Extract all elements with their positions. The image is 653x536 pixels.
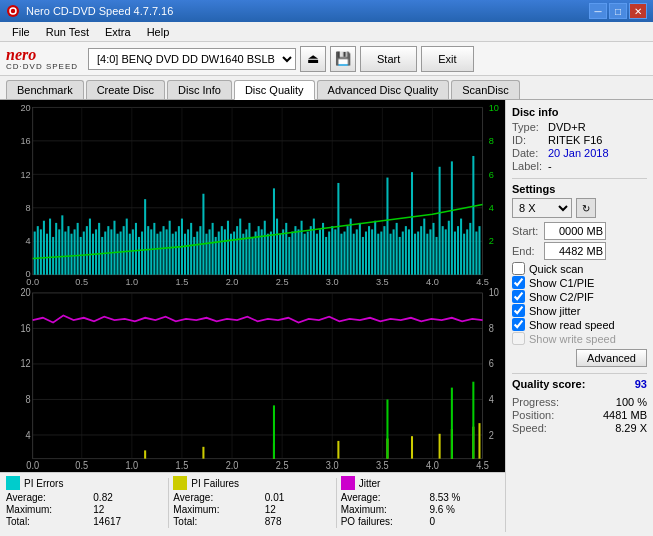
read-speed-checkbox[interactable] <box>512 318 525 331</box>
tab-scan-disc[interactable]: ScanDisc <box>451 80 519 99</box>
start-mb-input[interactable] <box>544 222 606 240</box>
refresh-button[interactable]: ↻ <box>576 198 596 218</box>
pi-failures-legend: PI Failures <box>173 476 323 490</box>
end-mb-input[interactable] <box>544 242 606 260</box>
drive-combo[interactable]: [4:0] BENQ DVD DD DW1640 BSLB <box>88 48 296 70</box>
save-button[interactable]: 💾 <box>330 46 356 72</box>
svg-rect-151 <box>371 229 373 274</box>
svg-rect-47 <box>52 237 54 275</box>
main-content: 20 16 12 8 4 0 10 8 6 4 2 0.0 0.5 <box>0 100 653 532</box>
svg-text:8: 8 <box>489 322 495 334</box>
svg-text:16: 16 <box>20 135 30 146</box>
end-mb-row: End: <box>512 242 647 260</box>
svg-rect-102 <box>221 226 223 275</box>
svg-text:3.5: 3.5 <box>376 276 389 285</box>
write-speed-label: Show write speed <box>529 333 616 345</box>
tab-disc-info[interactable]: Disc Info <box>167 80 232 99</box>
svg-rect-185 <box>475 232 477 275</box>
svg-rect-140 <box>337 183 339 275</box>
svg-rect-144 <box>350 219 352 275</box>
svg-rect-176 <box>448 221 450 275</box>
svg-text:0.0: 0.0 <box>26 276 39 285</box>
svg-rect-138 <box>331 226 333 275</box>
svg-text:20: 20 <box>20 102 30 113</box>
c2-pif-checkbox[interactable] <box>512 290 525 303</box>
read-speed-row: Show read speed <box>512 318 647 331</box>
svg-text:12: 12 <box>20 357 31 369</box>
svg-rect-161 <box>402 232 404 275</box>
svg-rect-55 <box>77 223 79 275</box>
svg-text:1.0: 1.0 <box>125 276 138 285</box>
tab-create-disc[interactable]: Create Disc <box>86 80 165 99</box>
bottom-chart: 20 16 12 8 4 10 8 6 4 2 0.0 0.5 1.0 <box>2 287 503 471</box>
svg-rect-48 <box>55 223 57 275</box>
svg-rect-54 <box>74 229 76 274</box>
svg-rect-147 <box>359 223 361 275</box>
position-value: 4481 MB <box>603 409 647 421</box>
nero-logo: nero CD·DVD SPEED <box>6 47 78 71</box>
svg-rect-119 <box>273 188 275 274</box>
svg-rect-235 <box>273 405 275 458</box>
tab-disc-quality[interactable]: Disc Quality <box>234 80 315 100</box>
svg-rect-162 <box>405 226 407 275</box>
svg-rect-117 <box>267 234 269 275</box>
svg-rect-104 <box>227 221 229 275</box>
svg-rect-121 <box>279 234 281 275</box>
svg-rect-128 <box>301 221 303 275</box>
svg-rect-186 <box>478 226 480 275</box>
menu-file[interactable]: File <box>4 24 38 40</box>
svg-rect-131 <box>310 226 312 275</box>
svg-text:8: 8 <box>26 202 31 213</box>
svg-rect-145 <box>353 234 355 275</box>
svg-rect-123 <box>285 223 287 275</box>
svg-rect-149 <box>365 232 367 275</box>
svg-rect-91 <box>187 229 189 274</box>
start-button[interactable]: Start <box>360 46 417 72</box>
speed-combo[interactable]: 8 X <box>512 198 572 218</box>
disc-label-label: Label: <box>512 160 544 172</box>
svg-rect-86 <box>172 234 174 275</box>
menu-run-test[interactable]: Run Test <box>38 24 97 40</box>
svg-rect-75 <box>138 237 140 275</box>
eject-button[interactable]: ⏏ <box>300 46 326 72</box>
disc-info-section: Disc info Type: DVD+R ID: RITEK F16 Date… <box>512 106 647 172</box>
svg-rect-51 <box>64 232 66 275</box>
toolbar: nero CD·DVD SPEED [4:0] BENQ DVD DD DW16… <box>0 42 653 76</box>
menu-extra[interactable]: Extra <box>97 24 139 40</box>
c1-pie-checkbox[interactable] <box>512 276 525 289</box>
svg-rect-108 <box>239 219 241 275</box>
svg-text:0.0: 0.0 <box>26 459 39 470</box>
quality-score-value: 93 <box>635 378 647 390</box>
jitter-max-label: Maximum: <box>341 504 424 515</box>
tab-benchmark[interactable]: Benchmark <box>6 80 84 99</box>
pi-errors-max-label: Maximum: <box>6 504 87 515</box>
start-mb-label: Start: <box>512 225 540 237</box>
tab-advanced-disc-quality[interactable]: Advanced Disc Quality <box>317 80 450 99</box>
minimize-button[interactable]: ─ <box>589 3 607 19</box>
pi-failures-stat: PI Failures Average: 0.01 Maximum: 12 To… <box>173 476 331 527</box>
bottom-stats: PI Errors Average: 0.82 Maximum: 12 Tota… <box>0 472 505 532</box>
menu-help[interactable]: Help <box>139 24 178 40</box>
svg-rect-130 <box>307 232 309 275</box>
svg-text:4: 4 <box>26 235 31 246</box>
quality-score-row: Quality score: 93 <box>512 378 647 390</box>
pi-failures-max-label: Maximum: <box>173 504 258 515</box>
svg-rect-225 <box>144 450 146 458</box>
svg-rect-133 <box>316 234 318 275</box>
svg-text:4.5: 4.5 <box>476 459 489 470</box>
svg-text:2.0: 2.0 <box>226 276 239 285</box>
svg-rect-43 <box>40 229 42 274</box>
svg-rect-153 <box>377 234 379 275</box>
jitter-checkbox[interactable] <box>512 304 525 317</box>
close-button[interactable]: ✕ <box>629 3 647 19</box>
svg-text:1.5: 1.5 <box>176 276 189 285</box>
maximize-button[interactable]: □ <box>609 3 627 19</box>
exit-button[interactable]: Exit <box>421 46 473 72</box>
write-speed-checkbox <box>512 332 525 345</box>
menu-bar: File Run Test Extra Help <box>0 22 653 42</box>
advanced-button[interactable]: Advanced <box>576 349 647 367</box>
svg-rect-76 <box>141 232 143 275</box>
svg-rect-125 <box>291 232 293 275</box>
quick-scan-checkbox[interactable] <box>512 262 525 275</box>
svg-rect-155 <box>383 226 385 275</box>
